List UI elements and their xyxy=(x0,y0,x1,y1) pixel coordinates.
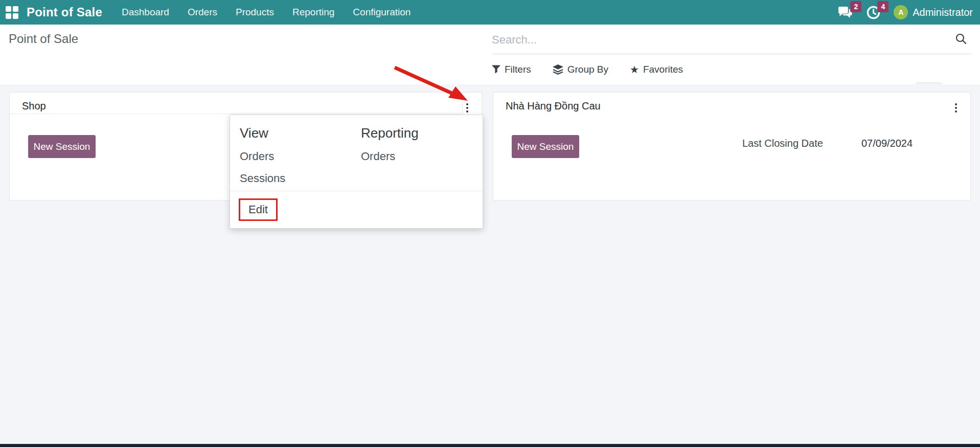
bottom-bar xyxy=(0,444,980,447)
card-kebab-menu-button[interactable] xyxy=(950,101,962,115)
messages-button[interactable]: 2 xyxy=(837,6,853,19)
new-session-button[interactable]: New Session xyxy=(512,135,579,158)
card-header-divider xyxy=(10,114,462,114)
dropdown-section-header: View xyxy=(240,125,352,141)
new-session-button[interactable]: New Session xyxy=(28,135,96,158)
control-panel: Point of Sale Filters Group By ★ Favorit… xyxy=(0,25,980,84)
navbar-menu: Dashboard Orders Products Reporting Conf… xyxy=(112,0,420,25)
card-dropdown-menu: View Orders Sessions Reporting Orders Ed… xyxy=(230,115,483,229)
filters-label: Filters xyxy=(505,64,531,75)
group-by-label: Group By xyxy=(567,64,608,75)
breadcrumb[interactable]: Point of Sale xyxy=(9,32,78,46)
pos-card-title[interactable]: Shop xyxy=(22,100,46,112)
menu-item-orders[interactable]: Orders xyxy=(178,0,226,25)
favorites-label: Favorites xyxy=(643,64,683,75)
menu-item-products[interactable]: Products xyxy=(226,0,283,25)
last-closing-date-label: Last Closing Date xyxy=(742,138,823,149)
filter-funnel-icon xyxy=(492,65,500,74)
kanban-board: Shop New Session Nhà Hàng Đồng Cau New S… xyxy=(0,84,980,447)
dropdown-section-header: Reporting xyxy=(361,125,473,141)
navbar-right: 2 4 A Administrator xyxy=(837,0,980,25)
dropdown-separator xyxy=(230,191,483,191)
edit-highlight-box: Edit xyxy=(239,198,278,221)
pos-card-restaurant: Nhà Hàng Đồng Cau New Session Last Closi… xyxy=(493,92,971,200)
activities-badge: 4 xyxy=(877,1,888,12)
app-brand-title[interactable]: Point of Sale xyxy=(27,5,102,19)
filters-button[interactable]: Filters xyxy=(492,64,531,75)
menu-item-view-sessions[interactable]: Sessions xyxy=(240,172,352,185)
user-menu[interactable]: Administrator xyxy=(913,7,973,18)
menu-item-view-orders[interactable]: Orders xyxy=(240,150,352,163)
search-bar xyxy=(492,25,971,54)
group-by-button[interactable]: Group By xyxy=(553,64,608,75)
layers-icon xyxy=(553,64,563,75)
menu-item-configuration[interactable]: Configuration xyxy=(344,0,420,25)
activities-button[interactable]: 4 xyxy=(867,6,880,19)
apps-menu-button[interactable] xyxy=(0,0,24,25)
favorites-button[interactable]: ★ Favorites xyxy=(630,64,683,75)
apps-grid-icon xyxy=(6,6,18,19)
menu-item-edit[interactable]: Edit xyxy=(248,203,268,216)
messages-badge: 2 xyxy=(850,1,861,12)
menu-item-dashboard[interactable]: Dashboard xyxy=(112,0,178,25)
top-navbar: Point of Sale Dashboard Orders Products … xyxy=(0,0,980,25)
star-icon: ★ xyxy=(630,64,639,75)
card-kebab-menu-button[interactable] xyxy=(461,101,473,115)
menu-item-reporting[interactable]: Reporting xyxy=(283,0,344,25)
menu-item-reporting-orders[interactable]: Orders xyxy=(361,150,473,163)
search-input[interactable] xyxy=(492,31,942,49)
dropdown-reporting-column: Reporting Orders xyxy=(361,115,473,163)
dropdown-view-column: View Orders Sessions xyxy=(240,115,352,185)
user-avatar[interactable]: A xyxy=(894,5,908,19)
last-closing-date-value: 07/09/2024 xyxy=(861,138,913,149)
search-icon[interactable] xyxy=(955,33,967,45)
pos-card-title[interactable]: Nhà Hàng Đồng Cau xyxy=(506,100,601,112)
